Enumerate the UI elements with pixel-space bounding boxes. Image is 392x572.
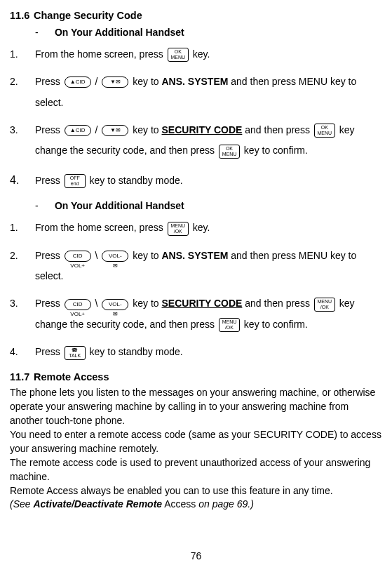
step-text: key.	[190, 222, 210, 233]
step-text: /	[93, 76, 101, 87]
menu-ok-key-icon: MENU/OK	[219, 318, 240, 332]
menu-ok-key-icon: MENU/OK	[314, 298, 335, 312]
step-text: key to	[130, 76, 161, 87]
step-text: key to standby mode.	[87, 346, 183, 357]
step-number: 3.	[10, 293, 35, 314]
step-number: 4.	[10, 342, 35, 362]
step-text: and then press	[242, 124, 312, 135]
step-number: 4.	[10, 168, 35, 192]
step-text: Press	[35, 346, 63, 357]
ok-menu-key-icon: OKMENU	[314, 124, 335, 138]
step-text: Press	[35, 250, 63, 261]
step-text: and then press	[242, 298, 312, 309]
step-item: 3.Press ▲CID / ▼✉ key to SECURITY CODE a…	[10, 120, 382, 161]
step-text: key to standby mode.	[87, 175, 183, 186]
step-item: 3.Press CIDVOL+ \ VOL-✉ key to SECURITY …	[10, 293, 382, 335]
dash: -	[35, 199, 52, 213]
step-text: /	[93, 124, 101, 135]
step-text: key to confirm.	[241, 319, 308, 330]
step-bold-text: ANS. SYSTEM	[162, 76, 229, 87]
step-text: \	[93, 250, 101, 261]
down-msg-key-icon: ▼✉	[102, 77, 128, 88]
step-item: 1.From the home screen, press OKMENU key…	[10, 44, 382, 65]
cid-volplus-key-icon: CIDVOL+	[65, 299, 91, 310]
step-number: 3.	[10, 120, 35, 140]
paragraph: The phone lets you listen to the message…	[10, 386, 382, 428]
step-text: From the home screen, press	[35, 48, 166, 60]
section-title: Change Security Code	[34, 10, 142, 21]
paragraph: The remote access code is used to preven…	[10, 456, 382, 484]
ok-menu-key-icon: OKMENU	[168, 48, 189, 62]
paragraph: (See Activate/Deactivate Remote Access o…	[10, 498, 382, 512]
paragraph: You need to enter a remote access code (…	[10, 428, 382, 456]
section-heading-11-7: 11.7Remote Access	[10, 370, 382, 385]
step-item: 4.Press ☎TALK key to standby mode.	[10, 342, 382, 362]
steps-list-b: 1.From the home screen, press MENU/OK ke…	[10, 218, 382, 362]
subhead-b: - On Your Additional Handset	[35, 199, 382, 213]
subhead-a: - On Your Additional Handset	[35, 25, 382, 40]
paragraph-part: (See	[10, 498, 33, 510]
up-cid-key-icon: ▲CID	[65, 125, 91, 136]
step-bold-underline-text: SECURITY CODE	[162, 124, 243, 135]
page-number: 76	[0, 549, 392, 564]
step-text: From the home screen, press	[35, 222, 166, 233]
down-msg-key-icon: ▼✉	[102, 125, 128, 136]
subhead-text: On Your Additional Handset	[55, 27, 184, 38]
step-number: 2.	[10, 72, 35, 92]
step-number: 1.	[10, 218, 35, 238]
step-bold-text: ANS. SYSTEM	[162, 250, 229, 261]
step-text: Press	[35, 124, 63, 135]
step-text: key to confirm.	[241, 145, 308, 156]
step-item: 2.Press ▲CID / ▼✉ key to ANS. SYSTEM and…	[10, 72, 382, 113]
step-number: 1.	[10, 44, 35, 65]
step-text: Press	[35, 76, 63, 87]
paragraph-part: on page 69.)	[198, 498, 254, 510]
paragraph: Remote Access always be enabled you can …	[10, 484, 382, 498]
step-text: Press	[35, 298, 63, 309]
volminus-key-icon: VOL-✉	[102, 299, 128, 310]
talk-key-icon: ☎TALK	[65, 346, 86, 360]
cid-volplus-key-icon: CIDVOL+	[65, 251, 91, 262]
section-number: 11.6	[10, 8, 34, 24]
step-item: 2.Press CIDVOL+ \ VOL-✉ key to ANS. SYST…	[10, 246, 382, 287]
subhead-text: On Your Additional Handset	[55, 200, 184, 211]
step-item: 4.Press OFFend key to standby mode.	[10, 168, 382, 192]
step-text: key.	[190, 48, 210, 60]
section-heading-11-6: 11.6Change Security Code	[10, 8, 382, 24]
step-bold-underline-text: SECURITY CODE	[162, 298, 243, 309]
paragraph-part: Access	[162, 498, 198, 510]
ok-menu-key-icon: OKMENU	[219, 145, 240, 159]
off-end-key-icon: OFFend	[65, 174, 86, 188]
paragraph-bold-italic: Activate/Deactivate Remote	[33, 498, 162, 510]
dash: -	[35, 25, 52, 40]
menu-ok-key-icon: MENU/OK	[168, 222, 189, 236]
section-title: Remote Access	[34, 371, 109, 383]
step-text: \	[93, 298, 101, 309]
step-text: Press	[35, 175, 63, 186]
step-text: key to	[130, 124, 161, 135]
steps-list-a: 1.From the home screen, press OKMENU key…	[10, 44, 382, 192]
section-number: 11.7	[10, 370, 34, 385]
up-cid-key-icon: ▲CID	[65, 77, 91, 88]
step-text: key to	[130, 250, 161, 261]
step-text: key to	[130, 298, 161, 309]
step-number: 2.	[10, 246, 35, 266]
step-item: 1.From the home screen, press MENU/OK ke…	[10, 218, 382, 238]
volminus-key-icon: VOL-✉	[102, 251, 128, 262]
